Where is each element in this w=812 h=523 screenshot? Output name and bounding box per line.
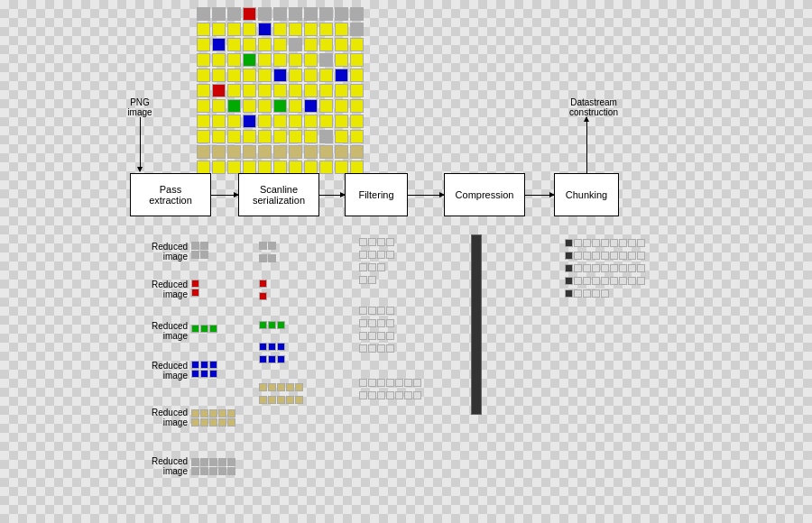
scanline-2 <box>259 254 276 262</box>
reduced-image-3 <box>191 325 217 333</box>
pass-to-scanline-arrow <box>211 195 238 196</box>
scanline-5 <box>259 321 285 329</box>
scanline-6 <box>259 343 285 351</box>
reduced-image-1 <box>191 242 208 259</box>
reduced-image-4 <box>191 361 217 378</box>
chunk-2 <box>565 252 645 260</box>
scanline-7 <box>259 355 285 363</box>
datastream-arrow <box>586 117 587 173</box>
chunk-4 <box>565 277 645 285</box>
filter-7 <box>359 332 394 340</box>
chunk-5 <box>565 289 609 298</box>
scanline-8 <box>259 383 303 391</box>
filter-6 <box>359 319 394 327</box>
scanline-box: Scanlineserialization <box>238 173 319 216</box>
scanline-to-filter-arrow <box>319 195 345 196</box>
reduced-image-6 <box>191 458 235 475</box>
filter-4 <box>359 276 376 284</box>
filter-to-compress-arrow <box>408 195 444 196</box>
scanline-9 <box>259 396 303 404</box>
filter-9 <box>359 379 421 387</box>
scanline-4 <box>259 292 267 300</box>
chunking-box: Chunking <box>554 173 619 216</box>
reduced-image-4-label: Reducedimage <box>134 361 188 381</box>
scanline-3 <box>259 280 267 288</box>
reduced-image-2 <box>191 280 199 297</box>
reduced-image-5 <box>191 409 235 427</box>
reduced-image-6-label: Reducedimage <box>134 456 188 476</box>
filter-10 <box>359 391 421 399</box>
filter-3 <box>359 263 385 271</box>
png-image-label: PNGimage <box>117 97 162 117</box>
reduced-image-1-label: Reducedimage <box>134 242 188 262</box>
diagram: PNGimage Passextraction Scanlineserializ… <box>0 0 812 523</box>
chunk-1 <box>565 239 645 247</box>
compression-box: Compression <box>444 173 525 216</box>
reduced-image-2-label: Reducedimage <box>134 280 188 299</box>
reduced-image-3-label: Reducedimage <box>134 321 188 341</box>
compression-data <box>471 234 482 415</box>
scanline-1 <box>259 242 276 250</box>
datastream-label: Datastreamconstruction <box>558 97 630 117</box>
filter-5 <box>359 307 394 315</box>
filter-1 <box>359 238 394 246</box>
filter-2 <box>359 251 394 259</box>
png-to-pass-arrow <box>140 117 141 171</box>
filter-8 <box>359 344 394 353</box>
reduced-image-5-label: Reducedimage <box>134 408 188 427</box>
chunk-3 <box>565 264 645 272</box>
compress-to-chunk-arrow <box>525 195 554 196</box>
png-image-grid <box>197 7 364 175</box>
filtering-box: Filtering <box>345 173 408 216</box>
pass-extraction-box: Passextraction <box>130 173 211 216</box>
